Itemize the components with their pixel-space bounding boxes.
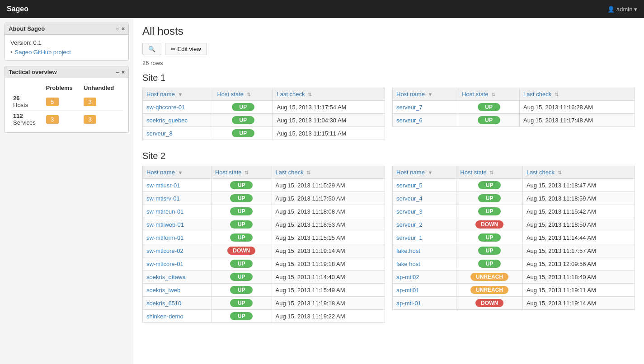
tactical-panel: Tactical overview − × Problems Unhandled	[5, 66, 129, 133]
host-name-cell: soekris_quebec	[143, 114, 213, 127]
tactical-close-icon[interactable]: ×	[122, 69, 125, 75]
search-button[interactable]: 🔍	[142, 43, 161, 55]
state-badge: UP	[478, 260, 501, 268]
table-row: sw-mtlcore-02DOWNAug 15, 2013 11:19:14 A…	[143, 244, 385, 257]
about-panel-body: Version: 0.1 • Sageo GitHub project	[5, 35, 128, 60]
table-row: shinken-demoUPAug 15, 2013 11:19:22 AM	[143, 310, 385, 323]
table-row: sw-mtliweb-01UPAug 15, 2013 11:18:53 AM	[143, 218, 385, 231]
col-2[interactable]: Last check ⇅	[522, 166, 635, 179]
last-check-cell: Aug 15, 2013 11:17:57 AM	[522, 244, 635, 257]
state-badge: UP	[478, 103, 500, 111]
edit-view-button[interactable]: ✏ Edit view	[165, 43, 207, 55]
host-state-cell: DOWN	[211, 244, 272, 257]
table-row: soekris_iwebUPAug 15, 2013 11:15:49 AM	[143, 284, 385, 297]
page-title: All hosts	[142, 25, 635, 37]
col-2[interactable]: Last check ⇅	[272, 166, 385, 179]
col-1[interactable]: Host state ⇅	[456, 166, 523, 179]
last-check-cell: Aug 15, 2013 11:19:22 AM	[272, 310, 385, 323]
tactical-col-unhandled: Unhandled	[81, 83, 123, 93]
host-name-cell: soekris_6510	[143, 297, 212, 310]
col-2[interactable]: Last check ⇅	[520, 88, 635, 101]
state-badge: UNREACH	[470, 273, 508, 281]
table-row: sw-mtlsrv-01UPAug 15, 2013 11:17:50 AM	[143, 192, 385, 205]
host-name-cell: sw-mtlform-01	[143, 231, 212, 244]
last-check-cell: Aug 15, 2013 11:19:11 AM	[522, 284, 635, 297]
state-badge: UP	[230, 194, 253, 202]
host-state-cell: UP	[211, 179, 272, 192]
last-check-cell: Aug 15, 2013 11:19:18 AM	[272, 297, 385, 310]
host-name-cell: ap-mtl-01	[393, 297, 456, 310]
navbar: Sageo 👤 admin ▾	[0, 0, 644, 18]
tactical-label: 26Hosts	[10, 93, 43, 111]
state-badge: UP	[230, 233, 253, 242]
col-0[interactable]: Host name ▼	[393, 88, 458, 101]
about-panel: About Sageo − × Version: 0.1 • Sageo Git…	[5, 23, 129, 61]
sidebar: About Sageo − × Version: 0.1 • Sageo Git…	[0, 18, 133, 364]
col-1[interactable]: Host state ⇅	[211, 166, 272, 179]
host-table: Host name ▼Host state ⇅Last check ⇅serve…	[392, 166, 635, 310]
host-name-cell: serveur_6	[393, 114, 458, 127]
host-state-cell: UP	[211, 297, 272, 310]
host-name-cell: shinken-demo	[143, 310, 212, 323]
host-state-cell: UP	[211, 284, 272, 297]
table-row: ap-mtl02UNREACHAug 15, 2013 11:18:40 AM	[393, 271, 635, 284]
col-0[interactable]: Host name ▼	[393, 166, 456, 179]
col-0[interactable]: Host name ▼	[143, 88, 213, 101]
site-section: Site 2Host name ▼Host state ⇅Last check …	[142, 151, 635, 323]
state-badge: UNREACH	[470, 286, 508, 294]
col-1[interactable]: Host state ⇅	[213, 88, 273, 101]
tactical-panel-header: Tactical overview − ×	[5, 66, 128, 78]
host-state-cell: UP	[456, 205, 523, 218]
state-badge: UP	[478, 194, 501, 202]
table-row: serveur_7UPAug 15, 2013 11:16:28 AM	[393, 101, 635, 114]
table-row: sw-mtlusr-01UPAug 15, 2013 11:15:29 AM	[143, 179, 385, 192]
last-check-cell: Aug 15, 2013 12:09:56 AM	[522, 257, 635, 271]
tactical-col-problems: Problems	[43, 83, 81, 93]
host-name-cell: serveur_4	[393, 192, 456, 205]
host-name-cell: serveur_2	[393, 218, 456, 231]
state-badge: UP	[230, 260, 253, 268]
tactical-panel-body: Problems Unhandled 26Hosts 5 3 112Servic…	[5, 78, 128, 132]
host-state-cell: DOWN	[456, 297, 523, 310]
right-table-wrapper: Host name ▼Host state ⇅Last check ⇅serve…	[392, 166, 635, 323]
version-text: Version: 0.1	[10, 39, 123, 46]
last-check-cell: Aug 15, 2013 11:15:29 AM	[272, 179, 385, 192]
last-check-cell: Aug 15, 2013 11:14:40 AM	[272, 271, 385, 284]
user-menu[interactable]: 👤 admin ▾	[607, 6, 637, 13]
tactical-minimize-icon[interactable]: −	[116, 69, 119, 75]
site-tables-row: Host name ▼Host state ⇅Last check ⇅sw-qb…	[142, 88, 635, 140]
tactical-unhandled: 3	[81, 93, 123, 111]
col-2[interactable]: Last check ⇅	[273, 88, 385, 101]
last-check-cell: Aug 15, 2013 11:19:18 AM	[272, 257, 385, 271]
table-row: serveur_2DOWNAug 15, 2013 11:18:50 AM	[393, 218, 635, 231]
table-row: serveur_1UPAug 15, 2013 11:14:44 AM	[393, 231, 635, 244]
host-name-cell: sw-mtlsrv-01	[143, 192, 212, 205]
about-close-icon[interactable]: ×	[122, 26, 125, 32]
host-state-cell: UP	[211, 205, 272, 218]
col-1[interactable]: Host state ⇅	[458, 88, 520, 101]
last-check-cell: Aug 15, 2013 11:17:50 AM	[272, 192, 385, 205]
last-check-cell: Aug 15, 2013 11:16:28 AM	[520, 101, 635, 114]
tactical-col-label	[10, 83, 43, 93]
state-badge: DOWN	[227, 247, 255, 255]
about-minimize-icon[interactable]: −	[116, 26, 119, 32]
table-row: soekris_6510UPAug 15, 2013 11:19:18 AM	[143, 297, 385, 310]
sites-container: Site 1Host name ▼Host state ⇅Last check …	[142, 73, 635, 323]
table-row: soekris_ottawaUPAug 15, 2013 11:14:40 AM	[143, 271, 385, 284]
last-check-cell: Aug 15, 2013 11:18:08 AM	[272, 205, 385, 218]
host-state-cell: UP	[211, 231, 272, 244]
host-name-cell: serveur_3	[393, 205, 456, 218]
col-0[interactable]: Host name ▼	[143, 166, 212, 179]
last-check-cell: Aug 15, 2013 11:18:47 AM	[522, 179, 635, 192]
host-name-cell: sw-mtlcore-01	[143, 257, 212, 271]
github-link[interactable]: • Sageo GitHub project	[10, 49, 123, 56]
state-badge: UP	[478, 233, 501, 242]
tactical-panel-controls: − ×	[116, 69, 125, 75]
table-row: serveur_3UPAug 15, 2013 11:15:42 AM	[393, 205, 635, 218]
last-check-cell: Aug 15, 2013 11:17:54 AM	[273, 101, 385, 114]
host-name-cell: sw-mtlusr-01	[143, 179, 212, 192]
table-row: serveur_8UPAug 15, 2013 11:15:11 AM	[143, 127, 385, 140]
host-state-cell: UNREACH	[456, 284, 523, 297]
table-row: ap-mtl01UNREACHAug 15, 2013 11:19:11 AM	[393, 284, 635, 297]
host-name-cell: serveur_7	[393, 101, 458, 114]
